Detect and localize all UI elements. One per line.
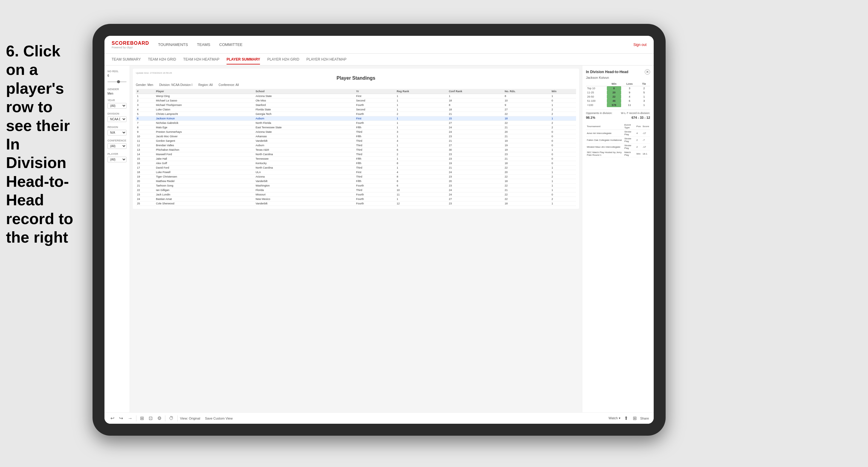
nav-teams[interactable]: TEAMS <box>197 41 211 48</box>
cell-conf: 15 <box>448 116 503 121</box>
cell-win: 0 <box>550 152 576 157</box>
table-row[interactable]: 6 Jackson Koivun Auburn First 1 15 18 1 <box>136 116 576 121</box>
cell-yr: Fourth <box>355 192 396 197</box>
cell-player: Luke Powell <box>155 170 255 175</box>
standings-table: # Player School Yr Reg Rank Conf Rank No… <box>136 89 576 206</box>
cell-reg: 1 <box>396 125 448 130</box>
nav-tournaments[interactable]: TOURNAMENTS <box>158 41 188 48</box>
table-row[interactable]: 9 Preston Summerhays Arizona State Third… <box>136 130 576 134</box>
h2h-row: 51-100 46 6 3 <box>586 99 650 103</box>
tab-player-h2h-heatmap[interactable]: PLAYER H2H HEATMAP <box>307 55 346 64</box>
cell-school: Georgia Tech <box>254 112 355 116</box>
tab-player-summary[interactable]: PLAYER SUMMARY <box>226 55 260 64</box>
region-select[interactable]: N/A <box>107 130 127 135</box>
cell-rds: 18 <box>503 116 550 121</box>
cell-player: Preston Summerhays <box>155 130 255 134</box>
cell-rds: 19 <box>503 148 550 152</box>
table-row[interactable]: 24 Bastian Amat New Mexico Fourth 1 27 2… <box>136 197 576 201</box>
t-score: 18-1 <box>642 150 650 157</box>
table-row[interactable]: 14 Maxwell Ford North Carolina Third 2 2… <box>136 152 576 157</box>
cell-num: 6 <box>136 116 155 121</box>
cell-reg: 1 <box>396 197 448 201</box>
cell-conf: 27 <box>448 197 503 201</box>
table-row[interactable]: 8 Mats Ege East Tennessee State Fifth 1 … <box>136 125 576 130</box>
table-row[interactable]: 3 Michael Thorbjornsen Stanford Fourth 1… <box>136 103 576 107</box>
table-row[interactable]: 12 Brendan Valles Auburn Third 1 27 19 0 <box>136 143 576 148</box>
copy-button[interactable]: ⊞ <box>139 415 145 422</box>
bottom-toolbar: ↩ ↪ → ⊞ ⊡ ⚙ ⏱ View: Original Save Custom… <box>104 412 654 424</box>
table-row[interactable]: 15 Jake Hall Tennessee Fifth 1 23 21 0 <box>136 157 576 161</box>
table-row[interactable]: 1 Wenyi Ding Arizona State First 1 1 8 1 <box>136 94 576 98</box>
paste-button[interactable]: ⊡ <box>148 415 154 422</box>
forward-button[interactable]: → <box>127 415 134 422</box>
close-button[interactable]: ✕ <box>645 69 650 74</box>
settings-button[interactable]: ⚙ <box>156 415 163 422</box>
upload-button[interactable]: ⬆ <box>623 415 629 422</box>
table-row[interactable]: 5 Christo Lamprecht Georgia Tech Fourth … <box>136 112 576 116</box>
cell-player: Cole Sherwood <box>155 201 255 206</box>
cell-yr: Second <box>355 107 396 112</box>
table-row[interactable]: 23 Jack Lundin Missouri Fourth 11 24 22 … <box>136 192 576 197</box>
table-row[interactable]: 10 Jacob Moc Glover Arkansas Fifth 1 23 … <box>136 134 576 139</box>
tab-team-h2h-grid[interactable]: TEAM H2H GRID <box>148 55 176 64</box>
cell-conf: 23 <box>448 152 503 157</box>
table-row[interactable]: 21 Taehoon Song Washington Fourth 6 23 2… <box>136 184 576 188</box>
table-row[interactable]: 20 Matthew Riedel Vanderbilt Fifth 8 20 … <box>136 179 576 184</box>
cell-num: 2 <box>136 98 155 103</box>
table-row[interactable]: 16 Alex Goff Kentucky Fifth 8 19 18 0 <box>136 161 576 166</box>
cell-reg: 6 <box>396 184 448 188</box>
nav-committee[interactable]: COMMITTEE <box>219 41 243 48</box>
cell-conf: 24 <box>448 125 503 130</box>
no-rds-slider[interactable] <box>107 81 127 82</box>
sign-out-link[interactable]: Sign out <box>633 43 647 47</box>
redo-button[interactable]: ↪ <box>118 415 124 422</box>
year-select[interactable]: (All) First Second Third Fourth Fifth <box>107 103 127 108</box>
clock-button[interactable]: ⏱ <box>168 415 175 422</box>
share-button[interactable]: Share <box>640 416 649 420</box>
watch-button[interactable]: Watch ▾ <box>609 416 621 420</box>
h2h-win: 578 <box>607 103 621 107</box>
cell-player: Matthew Riedel <box>155 179 255 184</box>
cell-win: 0 <box>550 157 576 161</box>
cell-yr: Third <box>355 166 396 170</box>
tab-team-h2h-heatmap[interactable]: TEAM H2H HEATMAP <box>183 55 219 64</box>
col-win: Win <box>550 89 576 94</box>
table-row[interactable]: 17 David Ford North Carolina Third 1 21 … <box>136 166 576 170</box>
h2h-loss: 6 <box>621 99 638 103</box>
cell-win: 0 <box>550 143 576 148</box>
opponents-label: Opponents in division: <box>586 112 613 115</box>
cell-conf: 21 <box>448 112 503 116</box>
cell-win: 0 <box>550 139 576 143</box>
h2h-range: >100 <box>586 103 607 107</box>
tab-team-summary[interactable]: TEAM SUMMARY <box>112 55 141 64</box>
cell-school: Missouri <box>254 192 355 197</box>
nav-items: TOURNAMENTS TEAMS COMMITTEE <box>158 41 633 48</box>
tab-player-h2h-grid[interactable]: PLAYER H2H GRID <box>267 55 299 64</box>
table-row[interactable]: 18 Luke Powell ULA First 4 24 20 1 <box>136 170 576 175</box>
cell-num: 16 <box>136 161 155 166</box>
division-select[interactable]: NCAA Division I <box>107 116 127 122</box>
grid-button[interactable]: ⊞ <box>631 415 638 422</box>
cell-player: Jack Lundin <box>155 192 255 197</box>
cell-win: 1 <box>550 188 576 192</box>
save-custom-button[interactable]: Save Custom View <box>205 416 233 420</box>
cell-win: 2 <box>550 107 576 112</box>
table-row[interactable]: 7 Nicholas Gabrelcik North Florida Fourt… <box>136 121 576 125</box>
player-standings-card: Update time: 27/03/2024 16:56:26 Player … <box>133 69 579 209</box>
table-row[interactable]: 11 Gordon Sargent Vanderbilt Third 4 21 … <box>136 139 576 143</box>
table-row[interactable]: 2 Michael La Sasso Ole Miss Second 1 18 … <box>136 98 576 103</box>
view-original-button[interactable]: View: Original <box>180 416 200 420</box>
table-row[interactable]: 19 Tiger Christensen Arizona Third 8 23 … <box>136 175 576 179</box>
cell-school: ULA <box>254 170 355 175</box>
conference-select[interactable]: (All) <box>107 143 127 149</box>
table-row[interactable]: 25 Cole Sherwood Vanderbilt Fourth 12 23… <box>136 201 576 206</box>
table-row[interactable]: 13 Phichaksn Maichon Texas A&M Third 6 3… <box>136 148 576 152</box>
cell-num: 4 <box>136 107 155 112</box>
cell-school: Ole Miss <box>254 98 355 103</box>
player-select[interactable]: (All) <box>107 157 127 162</box>
undo-button[interactable]: ↩ <box>109 415 116 422</box>
cell-reg: 1 <box>396 103 448 107</box>
cell-conf: 24 <box>448 188 503 192</box>
table-row[interactable]: 22 Ian Gilligan Florida Third 10 24 21 1 <box>136 188 576 192</box>
table-row[interactable]: 4 Luke Claton Florida State Second 1 18 … <box>136 107 576 112</box>
